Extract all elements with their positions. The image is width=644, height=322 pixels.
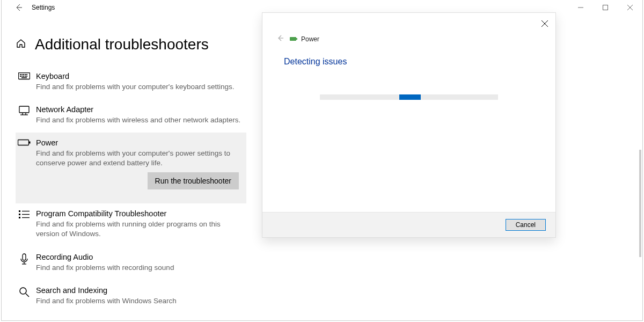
window-controls	[568, 0, 642, 16]
progress-fill	[399, 94, 421, 100]
dialog-back-button[interactable]	[276, 34, 284, 44]
item-title: Keyboard	[36, 71, 243, 82]
item-title: Program Compatibility Troubleshooter	[36, 209, 243, 219]
svg-rect-16	[19, 106, 29, 113]
svg-rect-1	[603, 5, 608, 10]
item-title: Power	[36, 138, 243, 148]
back-arrow-icon	[276, 34, 284, 42]
keyboard-icon	[17, 72, 32, 80]
troubleshooter-item-recording[interactable]: Recording Audio Find and fix problems wi…	[16, 247, 246, 280]
close-button[interactable]	[618, 0, 642, 16]
home-icon[interactable]	[16, 38, 26, 51]
svg-rect-37	[296, 38, 297, 40]
troubleshooter-item-power[interactable]: Power Find and fix problems with your co…	[16, 133, 246, 203]
back-arrow-icon	[14, 3, 23, 12]
svg-rect-14	[26, 76, 27, 77]
search-icon	[17, 287, 32, 297]
svg-point-31	[20, 288, 26, 294]
svg-rect-26	[19, 217, 20, 218]
item-desc: Find and fix problems with your computer…	[36, 82, 243, 92]
item-desc: Find and fix problems with wireless and …	[36, 115, 243, 125]
dialog-power-icon	[289, 35, 298, 43]
svg-rect-7	[23, 74, 24, 75]
svg-rect-36	[290, 37, 296, 41]
minimize-button[interactable]	[568, 0, 593, 16]
item-title: Search and Indexing	[36, 286, 243, 296]
troubleshooter-dialog: Power Detecting issues Cancel	[262, 12, 556, 238]
dialog-status-text: Detecting issues	[284, 57, 534, 67]
page-title: Additional troubleshooters	[35, 36, 209, 53]
back-button[interactable]	[12, 1, 25, 14]
svg-rect-22	[19, 210, 20, 212]
item-desc: Find and fix problems with Windows Searc…	[36, 296, 243, 306]
svg-rect-5	[20, 74, 21, 75]
svg-rect-28	[23, 254, 26, 260]
scrollbar[interactable]	[639, 150, 641, 257]
program-icon	[17, 210, 32, 219]
item-title: Recording Audio	[36, 252, 243, 262]
item-desc: Find and fix problems with running older…	[36, 219, 243, 239]
svg-rect-24	[19, 214, 20, 215]
svg-rect-13	[25, 76, 26, 77]
dialog-close-button[interactable]	[541, 19, 548, 28]
maximize-icon	[603, 5, 608, 10]
item-desc: Find and fix problems with your computer…	[36, 149, 243, 168]
svg-rect-12	[23, 76, 24, 77]
dialog-footer: Cancel	[262, 212, 555, 237]
dialog-title: Power	[301, 35, 319, 43]
close-icon	[627, 5, 633, 10]
svg-rect-11	[21, 76, 23, 77]
network-adapter-icon	[17, 106, 32, 116]
troubleshooter-item-network[interactable]: Network Adapter Find and fix problems wi…	[16, 99, 246, 133]
svg-line-32	[26, 294, 29, 297]
minimize-icon	[578, 5, 583, 10]
svg-rect-20	[18, 140, 29, 145]
close-icon	[541, 20, 548, 27]
item-desc: Find and fix problems with recording sou…	[36, 263, 243, 273]
dialog-body: Detecting issues	[262, 47, 555, 212]
maximize-button[interactable]	[593, 0, 618, 16]
power-icon	[17, 139, 32, 147]
svg-rect-15	[21, 77, 27, 78]
recording-icon	[17, 253, 32, 265]
cancel-button[interactable]: Cancel	[506, 219, 546, 231]
window-title: Settings	[32, 4, 55, 11]
progress-bar	[320, 94, 498, 100]
svg-rect-8	[25, 74, 26, 75]
run-troubleshooter-button[interactable]: Run the troubleshooter	[148, 172, 239, 189]
svg-rect-6	[21, 74, 23, 75]
troubleshooter-item-search[interactable]: Search and Indexing Find and fix problem…	[16, 280, 246, 313]
svg-rect-10	[20, 76, 21, 77]
dialog-header: Power	[262, 13, 555, 47]
troubleshooter-item-program-compat[interactable]: Program Compatibility Troubleshooter Fin…	[16, 203, 246, 246]
svg-rect-9	[26, 74, 27, 75]
item-title: Network Adapter	[36, 105, 243, 115]
svg-rect-21	[29, 142, 31, 144]
troubleshooter-item-keyboard[interactable]: Keyboard Find and fix problems with your…	[16, 66, 246, 99]
troubleshooter-list: Keyboard Find and fix problems with your…	[16, 66, 246, 313]
